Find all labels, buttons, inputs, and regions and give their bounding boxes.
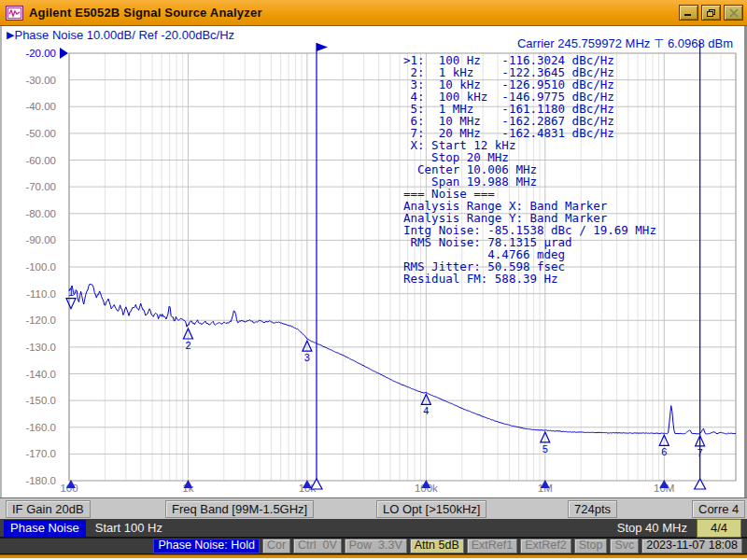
restore-button[interactable] — [701, 5, 721, 21]
carrier-power: 6.0968 dBm — [668, 36, 733, 50]
trace-marker-label: 6 — [661, 446, 667, 457]
band-start-flag-icon — [317, 43, 328, 51]
status-attn: Attn 5dB — [410, 539, 464, 553]
y-tick-label: -40.00 — [25, 101, 56, 112]
y-tick-label: -30.00 — [25, 75, 56, 86]
y-tick-label: -150.0 — [25, 395, 56, 406]
y-tick-label: -180.0 — [25, 475, 56, 486]
correction-cell: Corre 4 — [692, 500, 745, 518]
trace-scale-label: Phase Noise 10.00dB/ Ref -20.00dBc/Hz — [14, 28, 234, 42]
status-extref2: ExtRef2 — [520, 539, 571, 553]
freq-band-cell: Freq Band [99M-1.5GHz] — [165, 500, 314, 518]
page-indicator[interactable]: 4/4 — [697, 519, 741, 538]
trace-header: ▶Phase Noise 10.00dB/ Ref -20.00dBc/Hz — [7, 28, 234, 42]
y-tick-label: -130.0 — [25, 342, 56, 353]
y-tick-label: -60.00 — [25, 155, 56, 166]
y-tick-label: -100.0 — [25, 261, 56, 273]
carrier-frequency: Carrier 245.759972 MHz — [517, 36, 650, 50]
status-extref1: ExtRef1 — [467, 539, 517, 553]
trace-marker-1[interactable] — [66, 299, 76, 309]
readout-line: Residual FM: 588.39 Hz — [403, 273, 656, 285]
y-tick-label: -170.0 — [25, 448, 56, 459]
y-tick-label: -140.0 — [25, 369, 56, 380]
close-icon — [729, 8, 739, 18]
trace-marker-label: 3 — [304, 352, 310, 363]
status-ctrl: Ctrl 0V — [293, 539, 342, 553]
y-tick-label: -20.00 — [25, 48, 56, 59]
status-bar: Phase Noise: Hold Cor Ctrl 0V Pow 3.3V A… — [0, 539, 747, 554]
if-gain-cell: IF Gain 20dB — [6, 500, 91, 518]
y-tick-label: -160.0 — [25, 422, 56, 433]
measurement-screen: 1001k10k100k1M10M-20.00-30.00-40.00-50.0… — [0, 26, 747, 497]
y-tick-label: -50.00 — [25, 128, 56, 139]
y-tick-label: -90.00 — [25, 234, 56, 245]
trace-marker-label: 1 — [68, 287, 74, 298]
measurement-tab-bar: Phase Noise Start 100 Hz Stop 40 MHz 4/4 — [0, 519, 747, 539]
y-tick-label: -110.0 — [26, 288, 56, 300]
tab-phase-noise[interactable]: Phase Noise — [4, 520, 86, 537]
status-measurement-state: Phase Noise: Hold — [153, 539, 260, 553]
close-button — [724, 5, 743, 21]
y-tick-label: -80.00 — [25, 208, 56, 219]
restore-icon — [706, 8, 716, 18]
tee-icon: ⊤ — [654, 36, 664, 50]
marker-noise-readout: >1: 100 Hz -116.3024 dBc/Hz 2: 1 kHz -12… — [403, 54, 656, 285]
trace-marker-label: 5 — [543, 443, 548, 455]
carrier-readout: Carrier 245.759972 MHz ⊤ 6.0968 dBm — [517, 36, 733, 50]
window-bottom-border — [0, 554, 747, 558]
y-tick-label: -120.0 — [25, 315, 56, 326]
app-icon — [6, 6, 23, 21]
trace-marker-label: 4 — [423, 405, 429, 416]
window-title: Agilent E5052B Signal Source Analyzer — [29, 6, 262, 20]
points-cell: 724pts — [568, 500, 617, 518]
trace-marker-label: 2 — [185, 340, 190, 351]
y-tick-label: -70.00 — [25, 181, 56, 192]
lo-opt-cell: LO Opt [>150kHz] — [376, 500, 486, 518]
sweep-stop-label: Stop 40 MHz — [617, 521, 687, 535]
analyzer-window: Agilent E5052B Signal Source Analyzer 10… — [0, 0, 747, 560]
status-stop: Stop — [574, 539, 608, 553]
trace-marker-label: 7 — [698, 447, 703, 458]
title-bar[interactable]: Agilent E5052B Signal Source Analyzer — [0, 0, 747, 26]
sweep-start-label: Start 100 Hz — [95, 521, 162, 535]
status-datetime: 2023-11-07 18:08 — [641, 539, 742, 553]
ref-level-pointer[interactable] — [60, 48, 68, 59]
minimize-icon — [684, 8, 694, 17]
status-svc: Svc — [610, 539, 639, 553]
status-pow: Pow 3.3V — [345, 539, 407, 553]
minimize-button[interactable] — [679, 5, 698, 21]
phase-noise-trace — [69, 284, 736, 434]
setup-cell-bar: IF Gain 20dB Freq Band [99M-1.5GHz] LO O… — [0, 497, 747, 519]
status-cor: Cor — [262, 539, 290, 553]
